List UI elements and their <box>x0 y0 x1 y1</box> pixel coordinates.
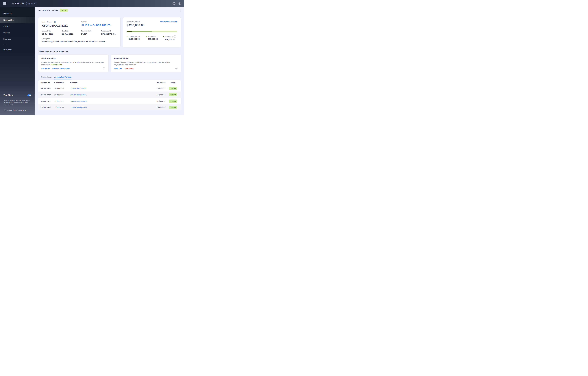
help-icon[interactable] <box>172 2 175 5</box>
processing-info-icon[interactable]: i <box>174 35 176 38</box>
reconciled-dot-icon <box>146 36 147 37</box>
sidebar-item-dashboard[interactable]: Dashboard <box>0 10 35 17</box>
xflow-logo-icon: ✳ <box>12 2 14 5</box>
sidebar-item-payouts[interactable]: Payouts <box>0 29 35 36</box>
table-row: 13 Jun 2022 14 Jun 2022 1234567890123456… <box>38 85 181 92</box>
net-payout-cell: US$444.67 <box>147 104 165 111</box>
payment-links-info-icon[interactable]: i <box>175 67 178 69</box>
status-settled-badge: Settled <box>169 87 177 90</box>
expected-on-cell: 14 Jun 2022 <box>54 85 70 92</box>
test-mode-guide-label: Check out the Test mode guide <box>7 110 27 111</box>
tab-transactions[interactable]: Transactions <box>41 76 51 80</box>
invoice-summary-card: Invoice Number ASDADSHA1231231 Partner A… <box>38 17 120 47</box>
payment-links-card: Payment Links Create a Payment Link and … <box>111 54 181 72</box>
processing-label: Processing <box>165 36 173 37</box>
description-value: Far far away, behind the word mountains,… <box>42 41 117 43</box>
tab-associated-payouts[interactable]: Associated Payouts <box>54 76 72 80</box>
bank-transfers-card: Bank Transfers Receive funds via Bank Tr… <box>38 54 108 72</box>
invoice-date-value: 01 Jan 2022 <box>42 33 62 35</box>
due-date-label: Due Date <box>62 30 81 32</box>
sidebar: Dashboard Receivables Partners Payouts B… <box>0 7 35 115</box>
back-arrow-icon[interactable] <box>38 9 41 12</box>
net-payout-cell: US$445.77 <box>147 85 165 92</box>
payouts-table-card: Initiated on Expected on Payout ID Net P… <box>38 80 181 111</box>
kebab-menu-icon[interactable] <box>179 9 181 12</box>
receivable-progress-bar <box>127 31 177 32</box>
brand-logo: ✳ XFLOW <box>12 2 24 5</box>
transfer-instructions-link[interactable]: Transfer Instructions <box>52 67 70 69</box>
col-payout-id: Payout ID <box>70 80 147 85</box>
initiated-on-cell: 13 Jun 2022 <box>38 85 54 92</box>
col-initiated-on: Initiated on <box>38 80 54 85</box>
hamburger-menu-icon[interactable] <box>3 2 6 5</box>
sidebar-nav: Dashboard Receivables Partners Payouts B… <box>0 10 35 53</box>
sidebar-divider <box>3 44 6 44</box>
open-invoice-icon[interactable] <box>54 21 56 23</box>
expected-on-cell: 13 Jun 2022 <box>54 92 70 98</box>
progress-segment-reconciled <box>132 31 152 32</box>
settings-gear-icon[interactable] <box>178 2 181 5</box>
invoice-number-value: ASDADSHA1231231 <box>42 24 81 27</box>
legend-item-reconciled: Reconciled $80,000.00 <box>146 35 163 41</box>
receivable-amount-value: $ 200,000.00 <box>127 23 177 27</box>
view-link-button[interactable]: View Link <box>114 67 122 69</box>
description-label: Description <box>42 38 117 40</box>
payout-id-link[interactable]: 123456789PQISNFH <box>70 106 87 108</box>
view-detailed-breakup-link[interactable]: View Detailed Breakup <box>160 21 177 22</box>
table-row: 10 Jun 2022 11 Jun 2022 12345678901HSNSU… <box>38 98 181 104</box>
initiated-on-cell: 10 Jun 2022 <box>38 98 54 104</box>
receivable-id-value: RADASDA243... <box>101 33 117 35</box>
status-badge: Active <box>60 9 68 12</box>
reconciled-value: $80,000.00 <box>146 38 163 40</box>
receivable-amount-label: Receivable Amount <box>127 21 140 22</box>
bank-transfers-info-icon[interactable]: i <box>103 67 105 69</box>
payout-tabs: Transactions Associated Payouts <box>38 76 181 80</box>
invoice-number-label: Invoice Number <box>42 21 53 23</box>
table-header-row: Initiated on Expected on Payout ID Net P… <box>38 80 181 85</box>
test-mode-toggle[interactable] <box>27 94 31 96</box>
table-row: 12 Jun 2022 13 Jun 2022 1234567890123452… <box>38 92 181 98</box>
test-mode-description: You can simulate real world transactions… <box>3 99 31 106</box>
receivable-id-label: Receivable ID <box>101 30 117 32</box>
sidebar-item-balances[interactable]: Balances <box>0 36 35 42</box>
purpose-code-value: P1004 <box>81 33 101 35</box>
processing-dot-icon <box>163 36 164 37</box>
sidebar-item-developers[interactable]: Developers <box>0 47 35 53</box>
partner-value[interactable]: ALICE + OLIVIA HK LT... <box>81 24 117 27</box>
sidebar-test-mode-panel: Test Mode You can simulate real world tr… <box>0 94 35 115</box>
sidebar-item-receivables[interactable]: Receivables <box>0 17 35 23</box>
payout-id-link[interactable]: 1234567890123456 <box>70 87 86 89</box>
legend-item-pending: Pending Amount $100,000.00 <box>127 35 146 41</box>
expected-on-cell: 11 Jun 2022 <box>54 104 70 111</box>
payment-links-title: Payment Links <box>114 57 178 60</box>
funds-available-amount: US$999,999.00 <box>51 64 62 66</box>
initiated-on-cell: 12 Jun 2022 <box>38 92 54 98</box>
payout-id-link[interactable]: 12345678901HSNSU <box>70 100 87 102</box>
payouts-table: Initiated on Expected on Payout ID Net P… <box>38 80 181 111</box>
status-settled-badge: Settled <box>169 106 177 109</box>
topbar: ✳ XFLOW Test Mode <box>0 0 184 7</box>
progress-segment-pending <box>152 31 177 32</box>
progress-segment-processing <box>127 31 132 32</box>
due-date-value: 30 Aug 2022 <box>62 33 81 35</box>
pending-value: $100,000.00 <box>127 38 146 40</box>
content-area: Invoice Number ASDADSHA1231231 Partner A… <box>35 14 184 115</box>
legend-item-processing: Processing i $20,000.00 <box>163 35 177 41</box>
deactivate-link[interactable]: Deactivate <box>125 67 133 69</box>
payout-id-link[interactable]: 1234567890123452 <box>70 94 86 96</box>
app-screen: ✳ XFLOW Test Mode Dashboard Receivables … <box>0 0 184 115</box>
col-net-payout: Net Payout <box>147 80 165 85</box>
sidebar-item-partners[interactable]: Partners <box>0 23 35 29</box>
pending-label: Pending Amount <box>128 35 140 37</box>
test-mode-title: Test Mode <box>3 94 13 96</box>
net-payout-cell: US$444.67 <box>147 98 165 104</box>
payment-links-description: Create a Payment Link and enable Partner… <box>114 61 178 66</box>
pending-dot-icon <box>127 36 128 37</box>
table-row: 09 Jun 2022 11 Jun 2022 123456789PQISNFH… <box>38 104 181 111</box>
col-expected-on: Expected on <box>54 80 70 85</box>
invoice-date-label: Invoice Date <box>42 30 62 32</box>
brand-name: XFLOW <box>15 2 24 5</box>
purpose-code-label: Purpose Code <box>81 30 101 32</box>
reconcile-link[interactable]: Reconcile <box>41 67 50 69</box>
test-mode-guide-link[interactable]: Check out the Test mode guide <box>3 109 31 111</box>
